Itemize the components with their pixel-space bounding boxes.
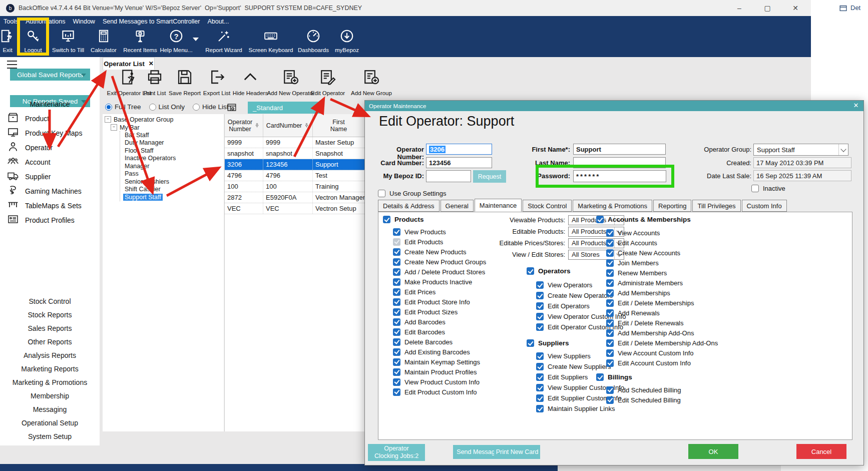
sidebar-section-link[interactable]: Stock Reports — [0, 308, 100, 321]
permission-checkbox[interactable]: Edit Scheduled Billing — [606, 395, 681, 405]
suppliers-section-checkbox[interactable]: Suppliers — [527, 339, 569, 347]
close-icon[interactable]: ✕ — [788, 4, 803, 12]
permission-checkbox[interactable]: Maintain Keymap Settings — [393, 357, 486, 367]
toolbar-switch-to-till-button[interactable]: Switch to Till — [48, 29, 88, 53]
dialog-tab[interactable]: Till Privileges — [692, 200, 740, 212]
permission-checkbox[interactable]: Edit Prices — [393, 287, 486, 297]
sidebar-section-link[interactable]: Membership — [0, 389, 100, 402]
permission-checkbox[interactable]: Edit / Delete Membership Add-Ons — [606, 338, 718, 348]
permission-checkbox[interactable]: Make Products Inactive — [393, 277, 486, 287]
sidebar-section-link[interactable]: System Setup — [0, 429, 100, 443]
column-chooser-icon[interactable] — [226, 102, 237, 113]
permission-checkbox[interactable]: View Accounts — [606, 228, 718, 238]
radio-option[interactable]: Hide List — [193, 103, 229, 111]
toolbar-calculator-button[interactable]: Calculator — [86, 29, 121, 53]
sidebar-section-link[interactable]: Operational Setup — [0, 416, 100, 429]
hamburger-icon[interactable] — [6, 60, 18, 69]
permission-checkbox[interactable]: Create New Accounts — [606, 248, 718, 258]
inactive-checkbox[interactable]: Inactive — [751, 185, 785, 192]
dialog-tab[interactable]: Custom Info — [742, 200, 787, 212]
help-dropdown-arrow-icon[interactable] — [193, 38, 199, 41]
sidebar-section-link[interactable]: Analysis Reports — [0, 348, 100, 362]
sidebar-item[interactable]: Product — [0, 111, 100, 126]
view-selector-dropdown[interactable]: _Standard — [248, 102, 323, 114]
dialog-tab[interactable]: Details & Address — [378, 200, 440, 212]
table-row[interactable]: 2872 E5920F0A Vectron Manager — [225, 192, 364, 203]
sidebar-section-link[interactable]: Sales Reports — [0, 321, 100, 335]
first-name-field[interactable]: Support — [573, 144, 666, 155]
permission-checkbox[interactable]: Add Memberships — [606, 288, 718, 298]
minimize-icon[interactable]: – — [732, 4, 747, 12]
dialog-tab[interactable]: Marketing & Promotions — [573, 200, 652, 212]
toolbar-dashboards-button[interactable]: Dashboards — [295, 29, 331, 53]
toolbar-recent-items-button[interactable]: Recent Items — [119, 29, 161, 53]
table-row[interactable]: VEC VEC Vectron Setup — [225, 203, 364, 214]
tree-item[interactable]: Pass — [120, 170, 224, 178]
my-bepoz-id-field[interactable] — [426, 170, 471, 182]
sidebar-item[interactable]: Supplier — [0, 169, 100, 184]
edit-operator-button[interactable]: Edit Operator — [304, 68, 351, 96]
permission-checkbox[interactable]: Add Scheduled Billing — [606, 385, 681, 395]
collapse-icon[interactable]: − — [105, 116, 111, 123]
permission-checkbox[interactable]: Maintain Product Profiles — [393, 367, 486, 377]
table-row[interactable]: 9999 9999 Master Setup — [225, 137, 364, 148]
cancel-button[interactable]: Cancel — [796, 444, 846, 459]
sidebar-section-link[interactable]: Messaging — [0, 402, 100, 416]
dialog-title-bar[interactable]: Operator Maintenance — [365, 101, 863, 111]
print-new-card-button[interactable]: Print New Card — [494, 445, 540, 459]
accounts-memberships-section-checkbox[interactable]: Accounts & Memberships — [596, 216, 691, 223]
sidebar-item[interactable]: TableMaps & Sets — [0, 198, 100, 213]
permission-checkbox[interactable]: Maintain Supplier Links — [536, 403, 624, 414]
permission-checkbox[interactable]: Edit / Delete Memberships — [606, 298, 718, 308]
dialog-close-icon[interactable]: ✕ — [851, 102, 860, 110]
sidebar-item[interactable]: Gaming Machines — [0, 184, 100, 198]
tree-node-group[interactable]: − My Bar — [103, 123, 224, 131]
column-header-operator-number[interactable]: OperatorNumber — [225, 114, 263, 137]
maximize-icon[interactable]: ▢ — [760, 4, 775, 12]
request-button[interactable]: Request — [473, 170, 506, 183]
table-row[interactable]: 4796 4796 Test — [225, 170, 364, 181]
operators-section-checkbox[interactable]: Operators — [527, 267, 571, 275]
collapse-icon[interactable]: − — [111, 124, 117, 131]
sidebar-item[interactable]: Operator — [0, 140, 100, 155]
permission-checkbox[interactable]: Add Barcodes — [393, 317, 486, 327]
permission-checkbox[interactable]: Add Renewals — [606, 308, 718, 318]
permission-checkbox[interactable]: View Account Custom Info — [606, 348, 718, 358]
sidebar-section-link[interactable]: Marketing & Promotions — [0, 375, 100, 389]
permission-checkbox[interactable]: View Product Custom Info — [393, 377, 486, 387]
permission-checkbox[interactable]: Administrate Members — [606, 278, 718, 288]
toolbar-exit-button[interactable]: Exit — [0, 29, 17, 53]
toolbar-screen-keyboard-button[interactable]: Screen Keyboard — [245, 29, 296, 53]
table-row[interactable]: snapshot snapshot Snapshot — [225, 148, 364, 159]
sidebar-section-link[interactable]: Marketing Reports — [0, 362, 100, 375]
sidebar-item[interactable]: Product Profiles — [0, 213, 100, 227]
global-saved-reports-dropdown[interactable]: Global Saved Reports — [10, 69, 90, 81]
tree-item[interactable]: Shift Cashier — [120, 186, 224, 194]
menu-item[interactable]: About... — [207, 18, 229, 25]
sidebar-item[interactable]: Product Key Maps — [0, 126, 100, 140]
sidebar-section-link[interactable]: Stock Control — [0, 294, 100, 308]
permission-checkbox[interactable]: Edit Product Custom Info — [393, 387, 486, 397]
dialog-tab[interactable]: Stock Control — [523, 200, 572, 212]
ok-button[interactable]: OK — [688, 444, 738, 459]
toolbar-report-wizard-button[interactable]: Report Wizard — [200, 29, 247, 53]
billings-section-checkbox[interactable]: Billings — [596, 373, 632, 381]
permission-checkbox[interactable]: Edit Product Store Info — [393, 297, 486, 307]
menu-item[interactable]: Tools — [4, 18, 18, 25]
operator-number-field[interactable]: 3206 — [426, 144, 492, 155]
sidebar-section-link[interactable]: Other Reports — [0, 335, 100, 348]
permission-checkbox[interactable]: Join Members — [606, 258, 718, 268]
radio-option[interactable]: List Only — [149, 103, 185, 111]
dialog-tab[interactable]: Reporting — [653, 200, 691, 212]
operator-group-dropdown[interactable]: Support Staff — [753, 144, 848, 156]
tree-node-root[interactable]: − Base Operator Group — [103, 114, 224, 123]
close-tab-icon[interactable]: ✕ — [149, 60, 154, 67]
sidebar-section-maintenance[interactable]: Maintenance — [0, 100, 100, 108]
permission-checkbox[interactable]: Edit Account Custom Info — [606, 358, 718, 368]
card-number-field[interactable]: 123456 — [426, 157, 492, 168]
permission-checkbox[interactable]: Delete Barcodes — [393, 337, 486, 347]
sidebar-item[interactable]: Account — [0, 155, 100, 169]
tree-item[interactable]: Inactive Operators — [120, 155, 224, 163]
permission-checkbox[interactable]: Edit / Delete Renewals — [606, 318, 718, 328]
permission-checkbox[interactable]: Edit Barcodes — [393, 327, 486, 337]
